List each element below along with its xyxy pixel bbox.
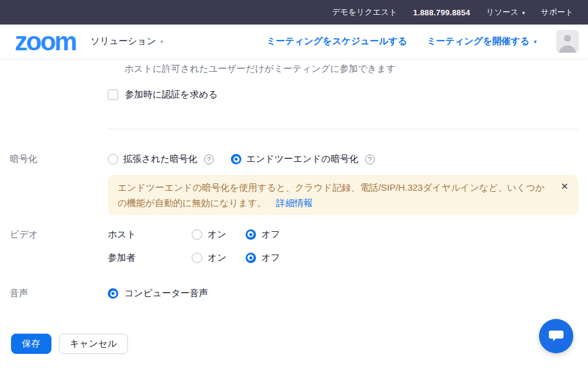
chevron-down-icon: ▾ <box>533 39 537 45</box>
video-participant-row: 参加者 オン オフ <box>108 252 280 263</box>
radio-unchecked-icon[interactable] <box>192 229 202 240</box>
user-avatar[interactable] <box>556 30 579 53</box>
banner-text: エンドツーエンドの暗号化を使用すると、クラウド記録、電話/SIP/H.323ダイ… <box>118 182 545 208</box>
video-options: ホスト オン オフ 参加者 オン オフ <box>108 229 280 275</box>
radio-checked-icon[interactable] <box>246 229 256 240</box>
request-demo-link[interactable]: デモをリクエスト <box>332 7 397 18</box>
chat-fab-button[interactable] <box>539 319 573 353</box>
participant-video-on-option[interactable]: オン <box>192 252 227 264</box>
phone-number[interactable]: 1.888.799.8854 <box>413 8 470 17</box>
header-right-nav: ミーティングをスケジュールする ミーティングを開催する ▾ <box>266 30 579 53</box>
off-label: オフ <box>262 229 281 240</box>
section-divider <box>108 129 578 129</box>
video-participant-label: 参加者 <box>108 252 192 264</box>
radio-checked-icon[interactable] <box>231 154 241 164</box>
schedule-meeting-link[interactable]: ミーティングをスケジュールする <box>266 36 407 47</box>
zoom-logo[interactable]: zoom <box>15 29 76 55</box>
on-label: オン <box>208 252 227 264</box>
checkbox-icon[interactable] <box>108 90 118 100</box>
resources-label: リソース <box>486 7 519 18</box>
e2e-encryption-option[interactable]: エンドツーエンドの暗号化 ? <box>231 153 375 165</box>
e2e-warning-banner: エンドツーエンドの暗号化を使用すると、クラウド記録、電話/SIP/H.323ダイ… <box>108 175 578 215</box>
host-video-off-option[interactable]: オフ <box>246 229 281 240</box>
host-video-on-option[interactable]: オン <box>192 229 227 240</box>
setting-description: ホストに許可されたユーザーだけがミーティングに参加できます <box>124 63 396 75</box>
solutions-menu[interactable]: ソリューション ▾ <box>91 36 164 47</box>
chevron-down-icon: ▾ <box>522 10 526 16</box>
resources-menu[interactable]: リソース ▾ <box>486 7 525 18</box>
chevron-down-icon: ▾ <box>160 39 164 45</box>
require-auth-label: 参加時に認証を求める <box>125 89 217 101</box>
radio-unchecked-icon[interactable] <box>192 253 202 263</box>
enhanced-encryption-label: 拡張された暗号化 <box>123 153 197 165</box>
host-meeting-label: ミーティングを開催する <box>427 36 530 47</box>
help-icon[interactable]: ? <box>204 155 214 164</box>
video-section-label: ビデオ <box>10 229 38 240</box>
banner-message: エンドツーエンドの暗号化を使用すると、クラウド記録、電話/SIP/H.323ダイ… <box>118 180 551 210</box>
learn-more-link[interactable]: 詳細情報 <box>276 197 313 208</box>
encryption-options: 拡張された暗号化 ? エンドツーエンドの暗号化 ? <box>108 153 375 165</box>
chat-bubble-icon <box>548 329 564 343</box>
radio-checked-icon[interactable] <box>246 253 256 263</box>
require-auth-option[interactable]: 参加時に認証を求める <box>108 89 217 101</box>
zoom-meeting-settings-page: デモをリクエスト 1.888.799.8854 リソース ▾ サポート zoom… <box>0 0 588 368</box>
radio-unchecked-icon[interactable] <box>108 154 118 164</box>
participant-video-off-option[interactable]: オフ <box>246 252 281 264</box>
on-label: オン <box>208 229 227 240</box>
top-utility-bar: デモをリクエスト 1.888.799.8854 リソース ▾ サポート <box>0 0 588 25</box>
computer-audio-label: コンピューター音声 <box>124 288 208 299</box>
e2e-encryption-label: エンドツーエンドの暗号化 <box>246 153 358 165</box>
cancel-button[interactable]: キャンセル <box>59 334 128 354</box>
close-icon[interactable]: ✕ <box>560 181 568 192</box>
off-label: オフ <box>262 252 281 264</box>
radio-checked-icon[interactable] <box>108 288 118 299</box>
save-button[interactable]: 保存 <box>11 334 51 354</box>
help-icon[interactable]: ? <box>365 155 375 164</box>
enhanced-encryption-option[interactable]: 拡張された暗号化 ? <box>108 153 214 165</box>
solutions-label: ソリューション <box>91 36 156 47</box>
support-link[interactable]: サポート <box>541 7 573 18</box>
main-header: zoom ソリューション ▾ ミーティングをスケジュールする ミーティングを開催… <box>0 25 588 59</box>
form-actions: 保存 キャンセル <box>11 334 128 354</box>
encryption-section-label: 暗号化 <box>10 153 37 165</box>
host-meeting-menu[interactable]: ミーティングを開催する ▾ <box>427 36 537 47</box>
computer-audio-option[interactable]: コンピューター音声 <box>108 288 208 299</box>
person-icon <box>556 30 579 53</box>
video-host-row: ホスト オン オフ <box>108 229 280 240</box>
audio-section-label: 音声 <box>10 288 28 299</box>
video-host-label: ホスト <box>108 229 192 240</box>
